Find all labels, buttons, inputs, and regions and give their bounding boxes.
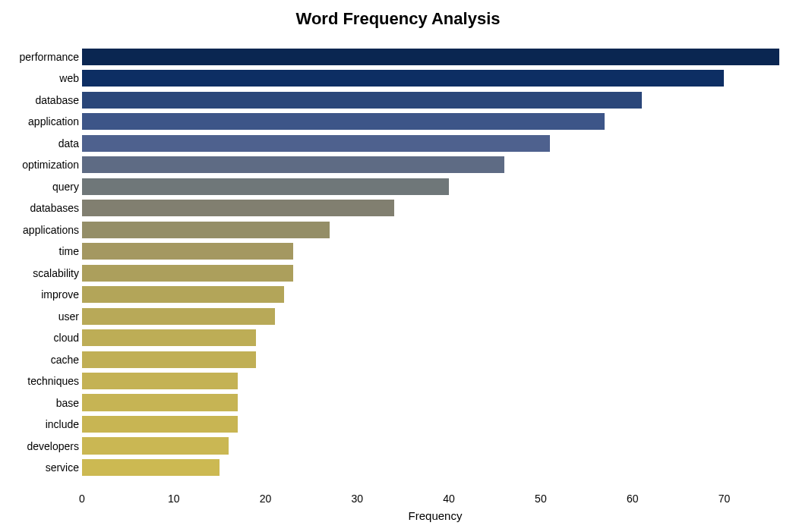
bar-row bbox=[82, 200, 394, 216]
bar bbox=[82, 437, 229, 454]
bar bbox=[82, 243, 293, 260]
bar-row bbox=[82, 373, 238, 389]
bar bbox=[82, 308, 275, 325]
bar-row bbox=[82, 394, 238, 411]
bar bbox=[82, 70, 724, 87]
y-tick-label: techniques bbox=[27, 373, 79, 389]
bar bbox=[82, 265, 293, 282]
y-tick-label: cache bbox=[51, 351, 79, 368]
bar-row bbox=[82, 156, 504, 173]
x-tick-label: 10 bbox=[168, 493, 180, 505]
x-tick-label: 50 bbox=[535, 493, 547, 505]
bar-row bbox=[82, 459, 220, 476]
bar-row bbox=[82, 351, 256, 368]
chart-title: Word Frequency Analysis bbox=[6, 9, 790, 29]
bar-row bbox=[82, 416, 238, 433]
bar-row bbox=[82, 437, 229, 454]
y-tick-label: time bbox=[59, 243, 79, 260]
bar bbox=[82, 200, 394, 216]
bar bbox=[82, 49, 779, 65]
plot-area bbox=[82, 29, 788, 487]
x-tick-label: 30 bbox=[352, 493, 364, 505]
bar-row bbox=[82, 265, 293, 282]
x-tick-label: 20 bbox=[260, 493, 272, 505]
chart-container: Word Frequency Analysis 010203040506070 … bbox=[0, 0, 796, 532]
bar-row bbox=[82, 178, 449, 195]
bar bbox=[82, 373, 238, 389]
bar bbox=[82, 416, 238, 433]
y-tick-label: cloud bbox=[54, 329, 79, 346]
bar-row bbox=[82, 113, 605, 130]
x-tick-label: 40 bbox=[443, 493, 455, 505]
y-tick-label: optimization bbox=[22, 156, 79, 173]
y-tick-label: user bbox=[58, 308, 79, 325]
bar-row bbox=[82, 92, 642, 109]
bar-row bbox=[82, 286, 284, 303]
bar-row bbox=[82, 222, 330, 238]
x-axis-label: Frequency bbox=[82, 509, 788, 522]
y-tick-label: performance bbox=[19, 49, 79, 65]
bar-row bbox=[82, 70, 724, 87]
bar bbox=[82, 92, 642, 109]
bar-row bbox=[82, 49, 779, 65]
bar-row bbox=[82, 308, 275, 325]
y-tick-label: service bbox=[46, 459, 79, 476]
y-tick-label: database bbox=[35, 92, 79, 109]
y-tick-label: improve bbox=[41, 286, 79, 303]
x-tick-label: 0 bbox=[79, 493, 85, 505]
bar bbox=[82, 351, 256, 368]
bar bbox=[82, 156, 504, 173]
bar-row bbox=[82, 243, 293, 260]
x-tick-label: 60 bbox=[627, 493, 639, 505]
y-tick-label: include bbox=[46, 416, 79, 433]
bar-row bbox=[82, 329, 256, 346]
bar bbox=[82, 286, 284, 303]
y-tick-label: data bbox=[58, 135, 79, 152]
bar bbox=[82, 222, 330, 238]
bar bbox=[82, 329, 256, 346]
y-tick-label: base bbox=[56, 395, 79, 411]
y-tick-label: developers bbox=[27, 438, 80, 455]
bar-row bbox=[82, 135, 550, 152]
y-tick-label: applications bbox=[23, 222, 79, 238]
y-tick-label: web bbox=[59, 70, 79, 87]
y-tick-label: query bbox=[52, 178, 79, 195]
bar bbox=[82, 459, 220, 476]
y-tick-label: scalability bbox=[33, 265, 79, 282]
y-tick-label: databases bbox=[30, 200, 79, 216]
bar bbox=[82, 178, 449, 195]
y-tick-label: application bbox=[28, 113, 79, 130]
bar bbox=[82, 113, 605, 130]
bar bbox=[82, 394, 238, 411]
x-tick-label: 70 bbox=[719, 493, 731, 505]
bar bbox=[82, 135, 550, 152]
